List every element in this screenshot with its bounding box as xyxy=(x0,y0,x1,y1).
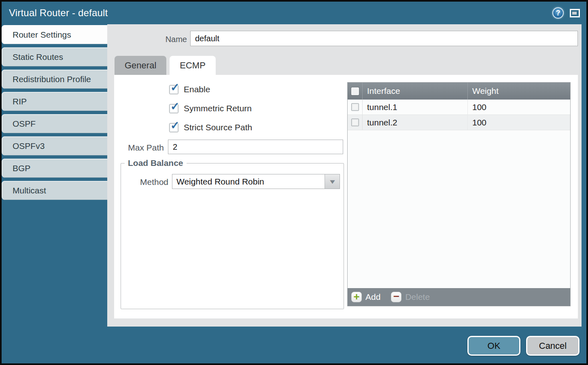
column-header-interface: Interface xyxy=(363,83,468,100)
sidebar-item-label: Multicast xyxy=(13,186,46,195)
method-dropdown[interactable]: Weighted Round Robin ▼ xyxy=(172,174,340,189)
add-icon: + xyxy=(353,291,359,302)
checkmark-icon: ✓ xyxy=(170,82,180,93)
max-path-label: Max Path xyxy=(114,143,164,153)
chevron-down-icon: ▼ xyxy=(328,178,337,185)
sidebar-item-redistribution-profile[interactable]: Redistribution Profile xyxy=(2,70,107,89)
strict-source-path-label: Strict Source Path xyxy=(184,123,252,132)
row-checkbox[interactable] xyxy=(351,119,359,126)
method-label: Method xyxy=(121,177,168,187)
dialog-inner: Virtual Router - default ? Router Settin… xyxy=(2,2,586,363)
virtual-router-dialog: Virtual Router - default ? Router Settin… xyxy=(0,0,588,365)
enable-label: Enable xyxy=(184,85,210,94)
help-glyph: ? xyxy=(556,9,560,17)
delete-icon-box: − xyxy=(391,292,401,302)
tab-ecmp[interactable]: ECMP xyxy=(170,56,216,75)
sidebar-item-label: RIP xyxy=(13,97,27,106)
titlebar: Virtual Router - default ? xyxy=(2,2,586,24)
row-checkbox-cell xyxy=(348,100,363,115)
content-panel: Name General ECMP ✓ Enable ✓ xyxy=(107,24,582,327)
delete-icon: − xyxy=(393,291,399,301)
sidebar-item-static-routes[interactable]: Static Routes xyxy=(2,47,107,66)
symmetric-return-label: Symmetric Return xyxy=(184,104,252,113)
delete-label: Delete xyxy=(405,292,430,302)
ecmp-tab-content: ✓ Enable ✓ Symmetric Return ✓ Strict Sou… xyxy=(114,75,578,318)
sidebar-item-multicast[interactable]: Multicast xyxy=(2,181,107,200)
tab-general[interactable]: General xyxy=(115,56,166,75)
window-restore-icon[interactable] xyxy=(570,9,580,17)
dialog-title: Virtual Router - default xyxy=(9,7,108,19)
checkmark-icon: ✓ xyxy=(170,120,180,131)
checkmark-icon: ✓ xyxy=(170,101,180,112)
name-input[interactable] xyxy=(190,31,578,46)
table-row-tunnel2[interactable]: tunnel.2 100 xyxy=(348,115,570,130)
dropdown-arrow-button[interactable]: ▼ xyxy=(325,174,340,189)
max-path-input[interactable] xyxy=(168,140,343,154)
add-button[interactable]: + Add xyxy=(351,292,380,302)
cell-weight: 100 xyxy=(468,115,570,130)
enable-checkbox-row: ✓ Enable xyxy=(169,85,210,94)
sidebar-item-label: Redistribution Profile xyxy=(13,74,91,84)
table-header-row: Interface Weight xyxy=(348,83,570,100)
strict-source-path-checkbox[interactable]: ✓ xyxy=(169,123,178,132)
titlebar-icons: ? xyxy=(552,7,580,19)
symmetric-return-checkbox-row: ✓ Symmetric Return xyxy=(169,104,252,113)
dialog-action-buttons: OK Cancel xyxy=(467,336,580,356)
table-footer-bar: + Add − Delete xyxy=(348,288,570,306)
row-checkbox-cell xyxy=(348,115,363,130)
cell-interface: tunnel.2 xyxy=(363,115,468,130)
sidebar-item-label: Router Settings xyxy=(13,30,71,40)
select-all-cell xyxy=(348,83,363,100)
ok-button[interactable]: OK xyxy=(467,336,520,356)
sidebar-item-bgp[interactable]: BGP xyxy=(2,159,107,178)
ecmp-interface-table: Interface Weight tunnel.1 100 xyxy=(347,82,571,306)
sidebar-item-router-settings[interactable]: Router Settings xyxy=(2,25,107,44)
table-empty-area xyxy=(348,130,570,288)
sidebar-item-label: Static Routes xyxy=(13,52,63,62)
sidebar-item-label: OSPF xyxy=(13,119,36,129)
sidebar-item-label: BGP xyxy=(13,163,30,173)
strict-source-path-checkbox-row: ✓ Strict Source Path xyxy=(169,123,252,132)
enable-checkbox[interactable]: ✓ xyxy=(169,85,178,94)
add-label: Add xyxy=(365,292,380,302)
sidebar-item-label: OSPFv3 xyxy=(13,141,45,151)
symmetric-return-checkbox[interactable]: ✓ xyxy=(169,104,178,113)
select-all-checkbox[interactable] xyxy=(351,87,359,95)
add-icon-box: + xyxy=(351,292,362,302)
name-label: Name xyxy=(148,35,187,44)
sidebar-item-rip[interactable]: RIP xyxy=(2,92,107,111)
load-balance-legend: Load Balance xyxy=(125,158,187,168)
sidebar-item-ospfv3[interactable]: OSPFv3 xyxy=(2,136,107,155)
row-checkbox[interactable] xyxy=(351,103,359,111)
cancel-button[interactable]: Cancel xyxy=(526,336,580,356)
cell-weight: 100 xyxy=(468,100,570,115)
column-header-weight: Weight xyxy=(468,83,570,100)
help-icon[interactable]: ? xyxy=(552,7,564,19)
table-row-tunnel1[interactable]: tunnel.1 100 xyxy=(348,100,570,115)
tab-bar: General ECMP xyxy=(115,56,216,75)
cell-interface: tunnel.1 xyxy=(363,100,468,115)
method-value: Weighted Round Robin xyxy=(172,174,325,189)
delete-button[interactable]: − Delete xyxy=(391,292,430,302)
sidebar: Router Settings Static Routes Redistribu… xyxy=(2,25,107,203)
sidebar-item-ospf[interactable]: OSPF xyxy=(2,114,107,133)
